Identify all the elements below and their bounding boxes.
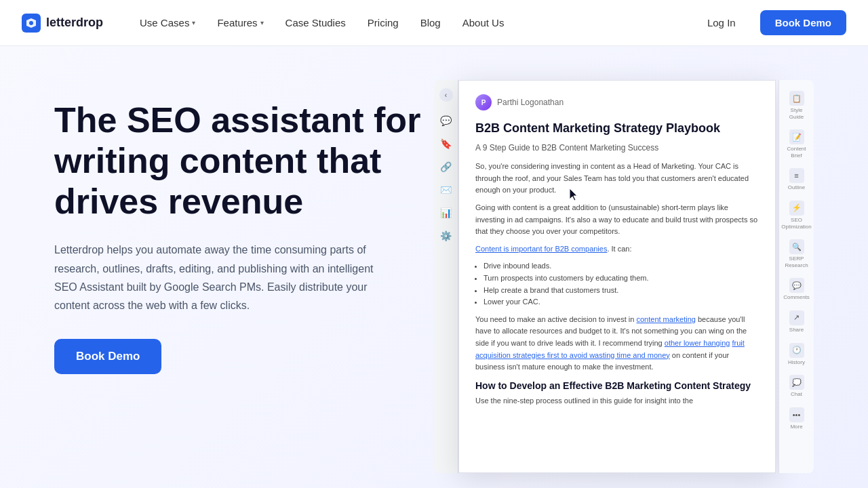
- bullet-item: Drive inbound leads.: [484, 260, 759, 272]
- history-icon: 🕐: [789, 343, 804, 358]
- logo-text: letterdrop: [46, 16, 103, 30]
- doc-link-3[interactable]: other lower hanging: [665, 339, 730, 347]
- doc-body-1: So, you're considering investing in cont…: [475, 161, 759, 197]
- doc-sidebar: ‹ 💬 🔖 🔗 ✉️ 📊 ⚙️: [434, 80, 458, 473]
- doc-tools-panel: 📋 Style Guide 📝 Content Brief ≡ Outline …: [778, 80, 814, 473]
- tool-share[interactable]: ↗ Share: [782, 306, 811, 338]
- chat-icon: 💭: [789, 375, 804, 390]
- nav-pricing[interactable]: Pricing: [358, 12, 408, 34]
- doc-bullets: Drive inbound leads. Turn prospects into…: [484, 260, 759, 308]
- doc-title: B2B Content Marketing Strategy Playbook: [475, 120, 759, 136]
- tool-chat-label: Chat: [791, 391, 802, 398]
- serp-research-icon: 🔍: [789, 239, 804, 254]
- tool-seo-optimization[interactable]: ⚡ SEO Optimization: [782, 197, 811, 234]
- tool-history-label: History: [788, 359, 805, 366]
- share-icon: ↗: [789, 310, 804, 325]
- tool-style-guide[interactable]: 📋 Style Guide: [782, 87, 811, 124]
- comments-icon: 💬: [789, 278, 804, 293]
- seo-optimization-icon: ⚡: [789, 201, 804, 216]
- chevron-down-icon: ▾: [260, 19, 264, 26]
- tool-content-brief[interactable]: 📝 Content Brief: [782, 125, 811, 163]
- doc-body-2: Going with content is a great addition t…: [475, 202, 759, 238]
- tool-style-guide-label: Style Guide: [785, 107, 808, 120]
- tool-comments-label: Comments: [783, 294, 810, 301]
- tool-more-label: More: [790, 424, 802, 430]
- book-demo-hero-button[interactable]: Book Demo: [54, 339, 161, 374]
- nav-links: Use Cases ▾ Features ▾ Case Studies Pric…: [130, 12, 694, 34]
- sidebar-mail-icon[interactable]: ✉️: [439, 183, 453, 197]
- nav-use-cases[interactable]: Use Cases ▾: [130, 12, 205, 34]
- doc-link-2[interactable]: content marketing: [636, 315, 695, 323]
- doc-author-name: Parthi Logonathan: [497, 98, 564, 107]
- sidebar-bookmark-icon[interactable]: 🔖: [439, 137, 453, 150]
- document-preview: ‹ 💬 🔖 🔗 ✉️ 📊 ⚙️ P Parthi Logonathan B2B …: [434, 80, 814, 473]
- tool-comments[interactable]: 💬 Comments: [782, 274, 811, 305]
- tool-share-label: Share: [789, 327, 804, 333]
- logo[interactable]: letterdrop: [22, 14, 103, 33]
- hero-title: The SEO assistant for writing content th…: [54, 100, 434, 222]
- doc-subtitle: A 9 Step Guide to B2B Content Marketing …: [475, 143, 759, 152]
- tool-outline[interactable]: ≡ Outline: [782, 164, 811, 195]
- tool-outline-label: Outline: [788, 184, 805, 191]
- bullet-item: Turn prospects into customers by educati…: [484, 272, 759, 285]
- hero-left: The SEO assistant for writing content th…: [54, 87, 434, 374]
- outline-icon: ≡: [789, 168, 804, 183]
- doc-section-body: Use the nine-step process outlined in th…: [475, 395, 759, 407]
- nav-case-studies[interactable]: Case Studies: [276, 12, 355, 34]
- hero-section: The SEO assistant for writing content th…: [0, 46, 868, 488]
- doc-body-3: Content is important for B2B companies. …: [475, 243, 759, 256]
- avatar: P: [475, 94, 492, 110]
- sidebar-chart-icon[interactable]: 📊: [439, 206, 453, 220]
- style-guide-icon: 📋: [789, 91, 804, 106]
- tool-seo-label: SEO Optimization: [781, 217, 811, 230]
- more-icon: •••: [789, 407, 804, 422]
- login-button[interactable]: Log In: [694, 12, 749, 34]
- doc-body-4: You need to make an active decision to i…: [475, 314, 759, 373]
- svg-point-1: [29, 21, 33, 25]
- sidebar-collapse-button[interactable]: ‹: [439, 88, 453, 102]
- doc-content: P Parthi Logonathan B2B Content Marketin…: [458, 80, 776, 473]
- nav-features[interactable]: Features ▾: [208, 12, 273, 34]
- navbar: letterdrop Use Cases ▾ Features ▾ Case S…: [0, 0, 868, 46]
- content-brief-icon: 📝: [789, 129, 804, 144]
- doc-section-title: How to Develop an Effective B2B Marketin…: [475, 380, 759, 391]
- tool-serp-label: SERP Research: [785, 256, 808, 268]
- sidebar-link-icon[interactable]: 🔗: [439, 160, 453, 174]
- tool-chat[interactable]: 💭 Chat: [782, 371, 811, 402]
- bullet-item: Help create a brand that customers trust…: [484, 285, 759, 297]
- tool-serp-research[interactable]: 🔍 SERP Research: [782, 235, 811, 272]
- nav-about-us[interactable]: About Us: [453, 12, 514, 34]
- nav-right: Log In Book Demo: [694, 10, 846, 35]
- tool-more[interactable]: ••• More: [782, 403, 811, 434]
- sidebar-settings-icon[interactable]: ⚙️: [439, 229, 453, 243]
- book-demo-nav-button[interactable]: Book Demo: [760, 10, 846, 35]
- doc-author-row: P Parthi Logonathan: [475, 94, 759, 110]
- doc-link-1[interactable]: Content is important for B2B companies: [475, 245, 607, 253]
- logo-icon: [22, 14, 41, 33]
- hero-right: ‹ 💬 🔖 🔗 ✉️ 📊 ⚙️ P Parthi Logonathan B2B …: [434, 87, 814, 488]
- chevron-down-icon: ▾: [192, 19, 195, 26]
- sidebar-chat-icon[interactable]: 💬: [439, 114, 453, 127]
- nav-blog[interactable]: Blog: [411, 12, 450, 34]
- bullet-item: Lower your CAC.: [484, 296, 759, 308]
- hero-subtitle: Letterdrop helps you automate away the t…: [54, 241, 393, 314]
- tool-content-brief-label: Content Brief: [785, 146, 808, 159]
- tool-history[interactable]: 🕐 History: [782, 339, 811, 370]
